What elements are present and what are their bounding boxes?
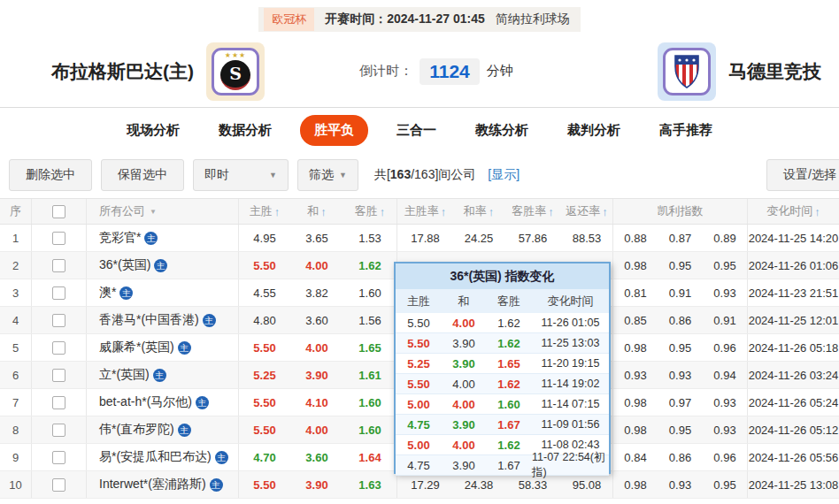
row-checkbox[interactable]	[52, 259, 65, 272]
filter-dropdown[interactable]: 筛选 ▼	[297, 159, 358, 191]
row-checkbox[interactable]	[52, 314, 65, 327]
change-time[interactable]: 2024-11-26 05:12	[748, 416, 839, 443]
odds-value: 1.63	[343, 471, 396, 498]
kelly-value: 0.93	[703, 416, 748, 443]
tab-item[interactable]: 数据分析	[219, 115, 272, 146]
change-time[interactable]: 2024-11-26 05:24	[748, 389, 839, 416]
odds-value: 5.25	[239, 362, 290, 388]
row-checkbox[interactable]	[52, 286, 65, 300]
row-checkbox[interactable]	[52, 396, 65, 409]
change-time[interactable]: 2024-11-25 14:20	[748, 225, 839, 251]
row-checkbox[interactable]	[52, 232, 65, 245]
odds-value: 5.50	[239, 334, 290, 361]
home-team-logo: ★★★ S	[206, 42, 265, 101]
tab-item[interactable]: 现场分析	[127, 115, 180, 146]
popup-row: 5.504.001.6211-26 01:05	[396, 313, 609, 333]
company-name[interactable]: 易*(安提瓜和巴布达)	[99, 449, 212, 465]
col-company[interactable]: 所有公司▼	[87, 199, 239, 224]
popup-odds-value: 3.90	[442, 418, 486, 431]
tab-active[interactable]: 胜平负	[300, 115, 368, 146]
company-name[interactable]: Interwet*(塞浦路斯)	[99, 477, 206, 493]
select-all-checkbox[interactable]	[52, 205, 65, 218]
change-time[interactable]: 2024-11-23 21:51	[748, 279, 839, 306]
col-draw-rate[interactable]: 和率↑	[453, 199, 504, 224]
popup-row: 5.253.901.6511-20 19:15	[396, 354, 609, 374]
popup-body: 5.504.001.6211-26 01:055.503.901.6211-25…	[396, 313, 609, 476]
row-number: 10	[0, 471, 32, 498]
odds-value: 4.00	[290, 416, 343, 443]
popup-odds-value: 4.00	[442, 398, 486, 411]
kelly-value: 0.81	[612, 279, 658, 306]
home-badge-icon: 主	[203, 314, 216, 327]
col-home-rate[interactable]: 主胜率↑	[396, 199, 453, 224]
popup-odds-value: 4.75	[396, 459, 442, 472]
col-away-rate[interactable]: 客胜率↑	[504, 199, 561, 224]
col-kelly: 凯利指数	[612, 199, 748, 224]
table-header: 序 所有公司▼ 主胜↑ 和↑ 客胜↑ 主胜率↑ 和率↑ 客胜率↑ 返还率↑ 凯利…	[0, 198, 839, 225]
kelly-value: 0.93	[658, 362, 703, 388]
company-cell: 澳*主	[87, 279, 239, 306]
tab-item[interactable]: 教练分析	[475, 115, 528, 146]
popup-odds-value: 1.60	[486, 398, 532, 411]
popup-odds-value: 5.50	[396, 317, 442, 330]
row-checkbox[interactable]	[52, 341, 65, 355]
kelly-value: 0.93	[612, 362, 658, 388]
popup-odds-value: 3.90	[442, 459, 486, 472]
odds-value: 1.61	[343, 362, 396, 388]
odds-value: 1.53	[343, 225, 396, 251]
company-name[interactable]: 威廉希*(英国)	[99, 340, 174, 355]
tab-item[interactable]: 三合一	[396, 115, 436, 146]
rate-value: 24.25	[453, 225, 504, 251]
row-checkbox[interactable]	[52, 478, 65, 492]
popup-odds-value: 1.65	[486, 357, 532, 370]
row-checkbox[interactable]	[52, 424, 65, 437]
popup-odds-value: 1.62	[486, 378, 532, 391]
change-time[interactable]: 2024-11-26 05:18	[748, 334, 839, 361]
kelly-value: 0.95	[658, 334, 703, 361]
col-away-odds[interactable]: 客胜↑	[343, 199, 396, 224]
kelly-value: 0.93	[703, 279, 748, 306]
tab-item[interactable]: 裁判分析	[567, 115, 620, 146]
company-row: 1竞彩官*主4.953.651.5317.8824.2557.8688.530.…	[0, 225, 839, 252]
company-name[interactable]: 竞彩官*	[99, 230, 141, 246]
venue-name: 简纳拉利球场	[496, 11, 570, 27]
popup-change-time: 11-09 01:56	[532, 418, 609, 431]
change-time[interactable]: 2024-11-26 05:56	[748, 444, 839, 470]
col-return-rate[interactable]: 返还率↑	[561, 199, 612, 224]
col-change-time[interactable]: 变化时间↑	[748, 199, 839, 224]
rate-value: 17.88	[396, 225, 453, 251]
time-filter-dropdown[interactable]: 即时 ▼	[193, 159, 289, 191]
change-time[interactable]: 2024-11-25 13:08	[748, 471, 839, 498]
change-time[interactable]: 2024-11-26 01:06	[748, 252, 839, 279]
company-name[interactable]: 香港马*(中国香港)	[99, 312, 199, 328]
tab-item[interactable]: 高手推荐	[659, 115, 712, 146]
company-cell: 伟*(直布罗陀)主	[87, 416, 239, 443]
odds-value: 5.50	[239, 471, 290, 498]
row-checkbox[interactable]	[52, 451, 65, 464]
delete-selected-button[interactable]: 删除选中	[9, 159, 92, 191]
change-time[interactable]: 2024-11-25 12:01	[748, 307, 839, 333]
company-name[interactable]: 澳*	[99, 285, 116, 301]
col-draw-odds[interactable]: 和↑	[290, 199, 343, 224]
col-home-odds[interactable]: 主胜↑	[239, 199, 290, 224]
keep-selected-button[interactable]: 保留选中	[101, 159, 184, 191]
company-name[interactable]: bet-at-h*(马尔他)	[99, 394, 192, 410]
popup-odds-value: 5.00	[396, 398, 442, 411]
company-name[interactable]: 36*(英国)	[99, 257, 150, 273]
kelly-value: 0.95	[703, 471, 748, 498]
toolbar: 删除选中 保留选中 即时 ▼ 筛选 ▼ 共[163/163]间公司 [显示] 设…	[0, 152, 839, 198]
row-checkbox[interactable]	[52, 369, 65, 382]
home-badge-icon: 主	[196, 396, 209, 409]
home-badge-icon: 主	[210, 478, 223, 492]
show-link[interactable]: [显示]	[488, 167, 520, 183]
change-time[interactable]: 2024-11-26 03:24	[748, 362, 839, 388]
settings-select-button[interactable]: 设置/选择	[766, 159, 839, 191]
popup-change-time: 11-20 19:15	[532, 357, 609, 370]
kelly-value: 0.86	[658, 307, 703, 333]
odds-value: 4.95	[239, 225, 290, 251]
company-name[interactable]: 立*(英国)	[99, 367, 150, 383]
kelly-value: 0.91	[703, 307, 748, 333]
odds-value: 5.50	[239, 416, 290, 443]
company-name[interactable]: 伟*(直布罗陀)	[99, 422, 174, 438]
league-badge[interactable]: 欧冠杯	[264, 8, 314, 31]
